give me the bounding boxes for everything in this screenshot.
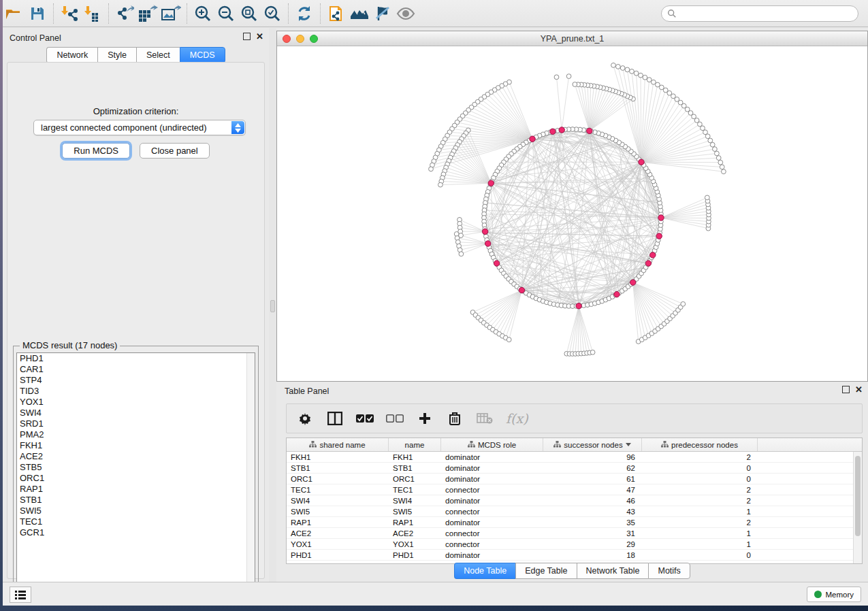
zoom-fit-icon[interactable] bbox=[238, 3, 261, 24]
clone-network-icon[interactable] bbox=[325, 3, 348, 24]
table-settings-gear-icon[interactable] bbox=[296, 410, 314, 427]
table-cell[interactable]: ACE2 bbox=[389, 528, 441, 538]
column-header-MCDS-role[interactable]: MCDS role bbox=[441, 438, 543, 451]
close-panel-icon[interactable]: ✕ bbox=[256, 33, 263, 40]
table-cell[interactable]: 0 bbox=[642, 463, 758, 473]
table-cell[interactable]: dominator bbox=[441, 463, 543, 473]
table-cell[interactable]: connector bbox=[441, 528, 543, 538]
table-cell[interactable]: RAP1 bbox=[287, 517, 389, 527]
import-table-icon[interactable] bbox=[81, 3, 104, 24]
table-row[interactable]: ORC1ORC1dominator610 bbox=[287, 474, 862, 484]
delete-column-trash-icon[interactable] bbox=[446, 410, 464, 427]
table-cell[interactable]: 0 bbox=[642, 474, 758, 484]
open-folder-icon[interactable] bbox=[3, 3, 26, 24]
table-cell[interactable]: 46 bbox=[543, 495, 642, 506]
table-cell[interactable]: ORC1 bbox=[389, 474, 441, 484]
table-cell[interactable]: 1 bbox=[642, 506, 758, 516]
table-cell[interactable]: 43 bbox=[543, 506, 642, 516]
table-cell[interactable]: dominator bbox=[441, 550, 543, 560]
table-cell[interactable]: SWI4 bbox=[389, 495, 441, 506]
column-header-predecessor-nodes[interactable]: predecessor nodes bbox=[642, 438, 758, 451]
mcds-result-item[interactable]: STB5 bbox=[17, 462, 255, 473]
table-cell[interactable]: 18 bbox=[543, 550, 642, 560]
panel-menu-button[interactable] bbox=[10, 587, 31, 603]
table-cell[interactable]: SWI5 bbox=[389, 506, 441, 516]
table-cell[interactable]: STB1 bbox=[389, 463, 441, 473]
table-cell[interactable]: 2 bbox=[642, 452, 758, 462]
table-cell[interactable]: 0 bbox=[642, 550, 758, 560]
zoom-out-icon[interactable] bbox=[214, 3, 238, 24]
save-icon[interactable] bbox=[26, 3, 49, 24]
function-builder-icon[interactable]: f(x) bbox=[506, 411, 528, 426]
mcds-result-item[interactable]: STB1 bbox=[17, 495, 255, 506]
export-table-icon[interactable] bbox=[136, 3, 159, 24]
show-graphics-eye-icon[interactable] bbox=[394, 3, 417, 24]
mcds-result-list[interactable]: PHD1CAR1STP4TID3YOX1SWI4SRD1PMA2FKH1ACE2… bbox=[16, 352, 255, 595]
select-all-icon[interactable] bbox=[356, 410, 374, 427]
table-row[interactable]: RAP1RAP1dominator352 bbox=[287, 517, 862, 528]
table-cell[interactable]: dominator bbox=[441, 452, 543, 462]
table-row[interactable]: STB1STB1dominator620 bbox=[287, 463, 862, 474]
search-input[interactable] bbox=[661, 5, 858, 22]
optimization-select[interactable]: largest connected component (undirected) bbox=[33, 120, 246, 135]
hide-graphics-icon[interactable] bbox=[371, 3, 394, 24]
table-cell[interactable]: 2 bbox=[642, 517, 758, 527]
table-cell[interactable]: connector bbox=[441, 539, 543, 549]
table-row[interactable]: YOX1YOX1connector291 bbox=[287, 539, 862, 550]
network-canvas[interactable] bbox=[277, 46, 867, 381]
add-column-icon[interactable] bbox=[416, 410, 434, 427]
table-cell[interactable]: 31 bbox=[543, 528, 642, 538]
table-scrollbar-thumb[interactable] bbox=[855, 456, 861, 536]
table-row[interactable]: ACE2ACE2connector311 bbox=[287, 528, 862, 539]
search-network-icon[interactable] bbox=[348, 3, 371, 24]
export-network-icon[interactable] bbox=[113, 3, 136, 24]
table-cell[interactable]: TEC1 bbox=[389, 484, 441, 495]
table-cell[interactable]: YOX1 bbox=[287, 539, 389, 549]
refresh-icon[interactable] bbox=[293, 3, 316, 24]
export-image-icon[interactable] bbox=[159, 3, 182, 24]
column-header-successor-nodes[interactable]: successor nodes bbox=[543, 438, 642, 451]
show-columns-icon[interactable] bbox=[326, 410, 344, 427]
tab-edge-table[interactable]: Edge Table bbox=[515, 563, 576, 579]
run-mcds-button[interactable]: Run MCDS bbox=[62, 143, 130, 159]
tab-node-table[interactable]: Node Table bbox=[454, 563, 515, 579]
table-cell[interactable]: 1 bbox=[642, 539, 758, 549]
table-scrollbar[interactable] bbox=[853, 452, 862, 563]
column-header-shared-name[interactable]: shared name bbox=[287, 438, 389, 451]
table-cell[interactable]: connector bbox=[441, 506, 543, 516]
tab-motifs[interactable]: Motifs bbox=[648, 563, 690, 579]
table-cell[interactable]: STB1 bbox=[287, 463, 389, 473]
table-cell[interactable]: 2 bbox=[642, 495, 758, 506]
divider-grip[interactable] bbox=[270, 300, 275, 312]
sort-chevron-icon[interactable] bbox=[626, 443, 631, 446]
table-row[interactable]: FKH1FKH1dominator962 bbox=[287, 452, 862, 463]
table-cell[interactable]: 96 bbox=[543, 452, 642, 462]
table-row[interactable]: PHD1PHD1dominator180 bbox=[287, 550, 862, 561]
delete-table-icon[interactable] bbox=[476, 410, 494, 427]
tab-select[interactable]: Select bbox=[136, 47, 180, 63]
mcds-result-item[interactable]: YOX1 bbox=[17, 397, 255, 408]
table-row[interactable]: TEC1TEC1connector472 bbox=[287, 484, 862, 495]
mcds-list-scrollbar[interactable] bbox=[246, 353, 255, 595]
table-cell[interactable]: 47 bbox=[543, 484, 642, 495]
table-cell[interactable]: connector bbox=[441, 484, 543, 495]
table-cell[interactable]: PHD1 bbox=[389, 550, 441, 560]
float-panel-icon[interactable] bbox=[243, 33, 251, 40]
mcds-result-item[interactable]: CAR1 bbox=[17, 364, 255, 375]
table-cell[interactable]: 1 bbox=[642, 528, 758, 538]
tab-network-table[interactable]: Network Table bbox=[577, 563, 649, 579]
import-network-icon[interactable] bbox=[58, 3, 81, 24]
mcds-result-item[interactable]: FKH1 bbox=[17, 440, 255, 451]
mcds-result-item[interactable]: ACE2 bbox=[17, 451, 255, 462]
table-cell[interactable]: dominator bbox=[441, 495, 543, 506]
tab-network[interactable]: Network bbox=[46, 47, 97, 63]
table-cell[interactable]: 29 bbox=[543, 539, 642, 549]
mcds-result-item[interactable]: RAP1 bbox=[17, 484, 255, 495]
float-table-panel-icon[interactable] bbox=[842, 386, 850, 393]
table-cell[interactable]: dominator bbox=[441, 517, 543, 527]
mcds-result-item[interactable]: TEC1 bbox=[17, 516, 255, 527]
zoom-in-icon[interactable] bbox=[191, 3, 214, 24]
table-cell[interactable]: 2 bbox=[642, 484, 758, 495]
mcds-result-item[interactable]: SWI5 bbox=[17, 506, 255, 516]
close-panel-button[interactable]: Close panel bbox=[140, 143, 210, 159]
